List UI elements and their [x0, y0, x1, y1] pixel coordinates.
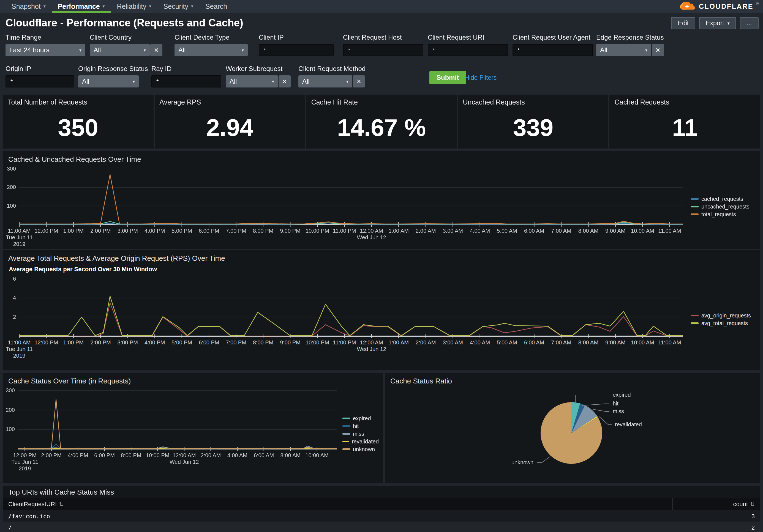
requests-over-time-chart[interactable]: 10020030011:00 AMTue Jun 11201912:00 PM1…: [3, 166, 689, 248]
svg-text:miss: miss: [613, 408, 624, 414]
svg-text:12:00 PM: 12:00 PM: [13, 452, 37, 458]
stat-value: 11: [610, 108, 760, 147]
svg-text:4:00 PM: 4:00 PM: [145, 339, 165, 345]
filter-label: Client Request User Agent: [512, 34, 593, 41]
select-value: All: [94, 46, 101, 54]
chart-subtitle: Average Requests per Second Over 30 Min …: [3, 262, 760, 272]
worker-subrequest-select[interactable]: All▾: [226, 75, 278, 87]
column-label: ClientRequestURI: [8, 501, 57, 507]
cell-uri: /favicon.ico: [3, 512, 672, 519]
legend-label: miss: [353, 430, 364, 437]
svg-text:3:00 PM: 3:00 PM: [118, 228, 138, 234]
filter-bar: Submit Hide Filters Time RangeLast 24 ho…: [0, 30, 763, 95]
submit-button[interactable]: Submit: [429, 71, 466, 84]
legend-item-avg-origin-requests[interactable]: avg_origin_requests: [691, 312, 755, 318]
more-icon: ...: [747, 20, 752, 27]
cache-status-over-time-chart[interactable]: 10020030012:00 PMTue Jun 1120192:00 PM4:…: [3, 387, 340, 480]
svg-text:5:00 PM: 5:00 PM: [171, 339, 192, 345]
more-button[interactable]: ...: [740, 17, 759, 29]
clear-filter-button[interactable]: ✕: [353, 75, 365, 87]
svg-text:8:00 PM: 8:00 PM: [253, 228, 273, 234]
svg-text:4:00 AM: 4:00 AM: [227, 452, 248, 458]
nav-item-performance[interactable]: Performance▾: [52, 0, 111, 13]
legend-item-expired[interactable]: expired: [342, 415, 379, 421]
svg-text:5:00 AM: 5:00 AM: [497, 339, 517, 345]
sort-icon: ⇅: [59, 501, 63, 507]
client-request-host-input[interactable]: [343, 44, 423, 56]
table-row: /2: [3, 522, 760, 532]
svg-text:12:00 AM: 12:00 AM: [360, 339, 383, 345]
edit-button[interactable]: Edit: [671, 17, 696, 29]
svg-text:1:00 AM: 1:00 AM: [389, 228, 409, 234]
top-nav: Snapshot▾Performance▾Reliability▾Securit…: [0, 0, 763, 13]
svg-text:11:00 AM: 11:00 AM: [8, 228, 31, 234]
client-request-uri-input[interactable]: [428, 44, 508, 56]
legend-item-revalidated[interactable]: revalidated: [342, 438, 379, 444]
column-header-clientrequesturi[interactable]: ClientRequestURI ⇅: [3, 501, 672, 507]
nav-item-reliability[interactable]: Reliability▾: [111, 0, 158, 13]
column-label: count: [733, 501, 748, 507]
table-header-row: ClientRequestURI ⇅ count ⇅: [3, 498, 760, 510]
svg-text:10:00 PM: 10:00 PM: [305, 339, 329, 345]
panel-title: Cache Status Over Time (in Requests): [3, 373, 383, 385]
svg-text:2019: 2019: [13, 353, 26, 359]
filter-label: Client Country: [90, 34, 163, 41]
stat-panel-total-number-of-requests: Total Number of Requests350: [3, 95, 153, 148]
legend-item-unknown[interactable]: unknown: [342, 446, 379, 452]
panel-title: Average Total Requests & Average Origin …: [3, 250, 760, 262]
filter-label: Edge Response Status: [596, 34, 664, 41]
client-ip-input[interactable]: [259, 44, 334, 56]
clear-filter-button[interactable]: ✕: [278, 75, 291, 87]
legend-item-uncached-requests[interactable]: uncached_requests: [691, 204, 755, 210]
client-device-type-select[interactable]: All▾: [174, 44, 248, 56]
cache-status-ratio-pie-chart[interactable]: expiredhitmissrevalidatedunknown: [387, 386, 758, 480]
svg-text:100: 100: [7, 203, 16, 209]
rps-over-time-chart[interactable]: 24611:00 AMTue Jun 11201912:00 PM1:00 PM…: [3, 275, 689, 364]
clear-filter-button[interactable]: ✕: [150, 44, 163, 56]
column-header-count[interactable]: count ⇅: [672, 498, 760, 510]
brand-name: CLOUDFLARE: [699, 2, 753, 10]
panel-cached-uncached-requests: Cached & Uncached Requests Over Time 100…: [3, 151, 760, 249]
svg-text:300: 300: [7, 166, 16, 172]
legend-item-hit[interactable]: hit: [342, 423, 379, 429]
nav-item-snapshot[interactable]: Snapshot▾: [6, 0, 52, 13]
legend-item-miss[interactable]: miss: [342, 430, 379, 437]
filter-control: All▾✕: [298, 75, 366, 87]
ray-id-input[interactable]: [152, 75, 221, 87]
nav-item-search[interactable]: Search: [199, 0, 233, 13]
svg-text:Tue Jun 11: Tue Jun 11: [11, 459, 38, 465]
filter-client-request-uri: Client Request URI: [428, 34, 508, 56]
origin-response-status-select[interactable]: All▾: [78, 75, 139, 87]
filter-control: [6, 75, 74, 87]
total-requests-swatch: [691, 214, 699, 215]
edge-response-status-select[interactable]: All▾: [596, 44, 651, 56]
svg-text:10:00 AM: 10:00 AM: [631, 339, 654, 345]
svg-text:11:00 PM: 11:00 PM: [333, 228, 356, 234]
cache-status-chart-legend: expiredhitmissrevalidatedunknown: [340, 387, 379, 480]
clear-filter-button[interactable]: ✕: [652, 44, 664, 56]
svg-text:3:00 AM: 3:00 AM: [443, 339, 463, 345]
filter-time-range: Time RangeLast 24 hours▾: [6, 34, 85, 56]
svg-text:2019: 2019: [19, 466, 31, 472]
client-request-user-agent-input[interactable]: [512, 44, 593, 56]
legend-item-cached-requests[interactable]: cached_requests: [691, 196, 755, 202]
client-request-method-select[interactable]: All▾: [298, 75, 352, 87]
time-range-select[interactable]: Last 24 hours▾: [6, 44, 85, 56]
stat-value: 350: [3, 108, 153, 147]
svg-text:7:00 PM: 7:00 PM: [226, 228, 246, 234]
cloudflare-logo[interactable]: CLOUDFLARE ®: [679, 0, 759, 13]
legend-item-avg-total-requests[interactable]: avg_total_requests: [691, 320, 755, 326]
hide-filters-link[interactable]: Hide Filters: [465, 74, 496, 81]
cell-count: 3: [672, 512, 760, 519]
svg-text:expired: expired: [613, 392, 631, 398]
filter-client-country: Client CountryAll▾✕: [90, 34, 163, 56]
client-country-select[interactable]: All▾: [90, 44, 150, 56]
svg-text:2:00 PM: 2:00 PM: [41, 452, 61, 458]
export-button[interactable]: Export▾: [699, 17, 736, 29]
legend-item-total-requests[interactable]: total_requests: [691, 211, 755, 217]
svg-text:200: 200: [6, 407, 15, 413]
svg-text:2: 2: [13, 314, 16, 320]
origin-ip-input[interactable]: [6, 75, 74, 87]
nav-item-security[interactable]: Security▾: [158, 0, 199, 13]
panel-cache-status-ratio: Cache Status Ratio expiredhitmissrevalid…: [385, 373, 760, 483]
